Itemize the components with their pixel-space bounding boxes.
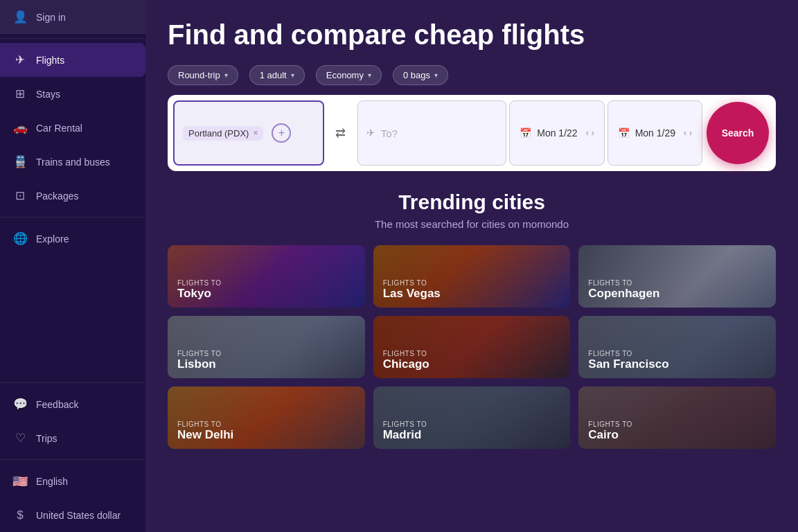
- calendar-from-icon: 📅: [520, 127, 531, 139]
- date-from-nav: ‹ ›: [586, 128, 594, 138]
- trending-title: Trending cities: [168, 190, 776, 214]
- sidebar-item-stays[interactable]: ⊞ Stays: [0, 77, 145, 111]
- trip-type-selector[interactable]: Round-trip ▾: [168, 65, 238, 85]
- flights-to-vegas-label: FLIGHTS TO: [383, 279, 441, 287]
- from-tag: Portland (PDX) ×: [183, 126, 263, 141]
- remove-from-icon[interactable]: ×: [253, 128, 258, 138]
- flights-to-delhi-label: FLIGHTS TO: [177, 420, 233, 428]
- currency-icon: $: [12, 508, 28, 522]
- city-card-text-chicago: FLIGHTS TO Chicago: [373, 343, 439, 378]
- user-icon: 👤: [12, 10, 28, 24]
- flights-to-copenhagen-label: FLIGHTS TO: [588, 279, 659, 287]
- from-field[interactable]: Portland (PDX) × +: [173, 100, 324, 166]
- flights-to-sf-label: FLIGHTS TO: [588, 350, 668, 357]
- date-to-value: Mon 1/29: [635, 127, 675, 139]
- sidebar-divider-4: [0, 459, 145, 460]
- sidebar-item-trips[interactable]: ♡ Trips: [0, 421, 145, 455]
- date-to-nav: ‹ ›: [684, 128, 692, 138]
- date-to-next[interactable]: ›: [689, 128, 692, 138]
- sidebar-item-feedback[interactable]: 💬 Feedback: [0, 387, 145, 421]
- date-to-field[interactable]: 📅 Mon 1/29 ‹ ›: [608, 100, 702, 166]
- city-card-lisbon[interactable]: FLIGHTS TO Lisbon: [168, 316, 365, 378]
- to-field[interactable]: ✈ To?: [357, 100, 507, 166]
- main-content: Find and compare cheap flights Round-tri…: [145, 0, 798, 532]
- passengers-chevron: ▾: [291, 71, 294, 79]
- passengers-label: 1 adult: [260, 70, 287, 80]
- sidebar-item-packages[interactable]: ⊡ Packages: [0, 179, 145, 213]
- sidebar-item-signin[interactable]: 👤 Sign in: [0, 0, 145, 34]
- date-from-prev[interactable]: ‹: [586, 128, 589, 138]
- train-icon: 🚆: [12, 154, 28, 169]
- city-card-text-sf: FLIGHTS TO San Francisco: [578, 343, 678, 378]
- signin-label: Sign in: [36, 12, 66, 23]
- sidebar-item-language[interactable]: 🇺🇸 English: [0, 464, 145, 499]
- passengers-selector[interactable]: 1 adult ▾: [249, 65, 305, 85]
- search-controls: Round-trip ▾ 1 adult ▾ Economy ▾ 0 bags …: [168, 65, 776, 85]
- sidebar-bottom: 💬 Feedback ♡ Trips 🇺🇸 English $ United S…: [0, 378, 145, 532]
- sidebar-label-trips: Trips: [36, 433, 57, 444]
- city-card-cairo[interactable]: FLIGHTS TO Cairo: [578, 387, 776, 449]
- city-card-san-francisco[interactable]: FLIGHTS TO San Francisco: [578, 316, 776, 378]
- city-grid: FLIGHTS TO Tokyo FLIGHTS TO Las Vegas FL…: [168, 245, 776, 449]
- trip-type-chevron: ▾: [224, 71, 228, 79]
- trending-subtitle: The most searched for cities on momondo: [168, 218, 776, 230]
- sidebar-item-explore[interactable]: 🌐 Explore: [0, 222, 145, 256]
- packages-icon: ⊡: [12, 188, 28, 203]
- city-name-lisbon: Lisbon: [177, 357, 216, 371]
- sidebar-item-flights[interactable]: ✈ Flights: [0, 43, 145, 77]
- city-name-tokyo: Tokyo: [177, 287, 211, 300]
- cabin-selector[interactable]: Economy ▾: [316, 65, 382, 85]
- calendar-to-icon: 📅: [618, 127, 630, 139]
- city-card-text-cairo: FLIGHTS TO Cairo: [578, 414, 642, 449]
- city-card-copenhagen[interactable]: FLIGHTS TO Copenhagen: [578, 245, 776, 308]
- date-from-field[interactable]: 📅 Mon 1/22 ‹ ›: [509, 100, 604, 166]
- city-card-tokyo[interactable]: FLIGHTS TO Tokyo: [168, 245, 365, 308]
- city-card-text-tokyo: FLIGHTS TO Tokyo: [168, 272, 231, 308]
- from-value: Portland (PDX): [188, 128, 249, 139]
- trip-type-label: Round-trip: [178, 70, 220, 80]
- cabin-chevron: ▾: [368, 71, 371, 79]
- flights-to-lisbon-label: FLIGHTS TO: [177, 350, 222, 357]
- feedback-icon: 💬: [12, 397, 28, 411]
- sidebar-item-trains[interactable]: 🚆 Trains and buses: [0, 145, 145, 179]
- sidebar-divider-1: [0, 38, 145, 39]
- city-name-copenhagen: Copenhagen: [588, 287, 659, 300]
- city-card-text-madrid: FLIGHTS TO Madrid: [373, 414, 437, 449]
- city-name-sf: San Francisco: [588, 357, 668, 371]
- sidebar-label-language: English: [36, 476, 68, 487]
- flag-icon: 🇺🇸: [12, 474, 28, 489]
- date-from-next[interactable]: ›: [592, 128, 594, 138]
- city-card-text-delhi: FLIGHTS TO New Delhi: [168, 414, 243, 449]
- city-card-new-delhi[interactable]: FLIGHTS TO New Delhi: [168, 387, 365, 449]
- city-card-chicago[interactable]: FLIGHTS TO Chicago: [373, 316, 571, 378]
- sidebar-label-currency: United States dollar: [36, 510, 121, 521]
- search-bar: Portland (PDX) × + ⇄ ✈ To? 📅 Mon 1/22 ‹ …: [168, 95, 776, 171]
- sidebar-divider-3: [0, 382, 145, 383]
- swap-button[interactable]: ⇄: [327, 100, 355, 166]
- city-card-las-vegas[interactable]: FLIGHTS TO Las Vegas: [373, 245, 571, 308]
- city-name-cairo: Cairo: [588, 428, 618, 441]
- sidebar-item-car-rental[interactable]: 🚗 Car Rental: [0, 111, 145, 145]
- add-destination-button[interactable]: +: [272, 123, 291, 143]
- search-button[interactable]: Search: [707, 102, 769, 164]
- city-name-chicago: Chicago: [383, 357, 429, 371]
- city-card-madrid[interactable]: FLIGHTS TO Madrid: [373, 387, 571, 449]
- city-card-text-copenhagen: FLIGHTS TO Copenhagen: [578, 272, 669, 308]
- sidebar-label-explore: Explore: [36, 233, 69, 245]
- sidebar-item-currency[interactable]: $ United States dollar: [0, 499, 145, 532]
- globe-icon: 🌐: [12, 231, 28, 246]
- city-name-madrid: Madrid: [383, 428, 422, 441]
- city-card-text-vegas: FLIGHTS TO Las Vegas: [373, 272, 450, 308]
- sidebar-label-stays: Stays: [36, 89, 60, 100]
- bags-selector[interactable]: 0 bags ▾: [393, 65, 448, 85]
- date-from-value: Mon 1/22: [537, 127, 577, 139]
- flights-to-madrid-label: FLIGHTS TO: [383, 420, 427, 428]
- city-card-text-lisbon: FLIGHTS TO Lisbon: [168, 343, 231, 378]
- city-name-delhi: New Delhi: [177, 428, 233, 441]
- sidebar-divider-2: [0, 217, 145, 218]
- sidebar-label-feedback: Feedback: [36, 399, 78, 410]
- car-icon: 🚗: [12, 121, 28, 135]
- stays-icon: ⊞: [12, 87, 28, 101]
- page-title: Find and compare cheap flights: [168, 19, 776, 50]
- date-to-prev[interactable]: ‹: [684, 128, 686, 138]
